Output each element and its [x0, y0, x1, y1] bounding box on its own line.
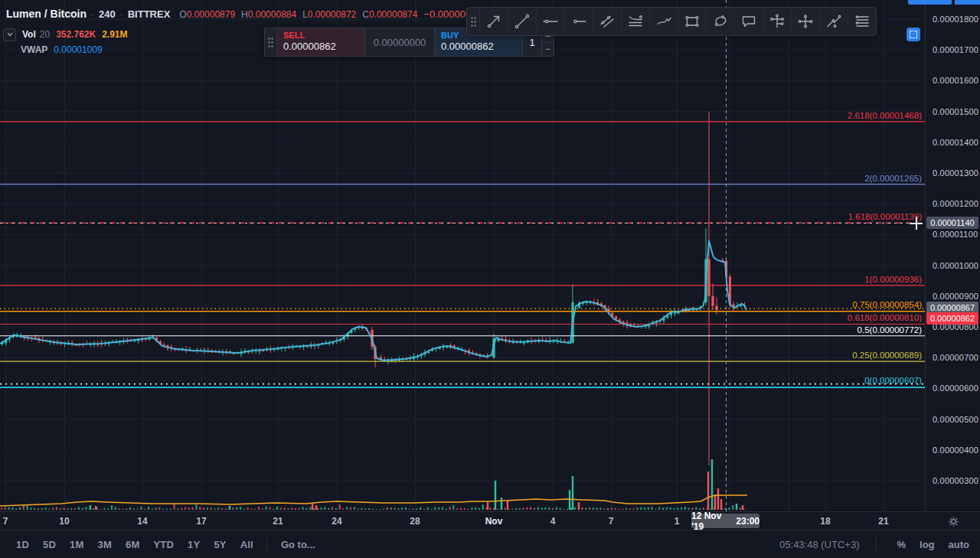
time-tick-label: 28 [410, 516, 420, 527]
price-tick-label: 0.00000900 [933, 292, 978, 301]
maximize-icon [910, 31, 917, 38]
xabcd-pattern-icon [768, 12, 786, 31]
callout-tool-button[interactable] [735, 8, 763, 35]
brush-icon [655, 12, 673, 31]
price-tick-label: 0.00001700 [933, 45, 978, 54]
pitchfork-tool-button[interactable] [622, 8, 650, 35]
ohlc-l: L0.00000872 [302, 9, 356, 20]
price-tick-label: 0.00000400 [933, 445, 978, 455]
price-tick-label: 0.00001500 [933, 107, 978, 116]
ellipse-icon [711, 12, 730, 31]
interval-label[interactable]: 240 [99, 8, 116, 20]
time-axis[interactable]: 2118174Nov2824211714107 12 Nov '19 23:00 [0, 511, 980, 530]
fib-level-label: 0.618(0.00000810) [848, 313, 922, 322]
price-tick-label: 0.00001100 [933, 230, 978, 239]
trading-app-window: 2.618(0.00001468)2(0.00001265)1.618(0.00… [0, 0, 980, 558]
range-button-5y[interactable]: 5Y [207, 536, 233, 553]
chart-pane[interactable]: 2.618(0.00001468)2(0.00001265)1.618(0.00… [0, 0, 925, 511]
quantity-decrease-button[interactable]: − [542, 43, 554, 57]
separator-dot: · [91, 9, 94, 20]
time-tick-label: Nov [485, 516, 503, 527]
parallel-lines-tool-button[interactable] [848, 8, 876, 35]
time-tick-label: 7 [3, 516, 8, 527]
bottom-toolbar: 1D5D1M3M6MYTD1Y5YAll Go to... 05:43:48 (… [0, 530, 980, 558]
vwap-legend-row: VWAP 0.00001009 [3, 43, 128, 57]
time-tick-label: 14 [137, 516, 147, 527]
price-tick-label: 0.00001800 [933, 15, 978, 24]
range-button-3m[interactable]: 3M [91, 536, 119, 553]
time-tick-label: 18 [820, 516, 830, 527]
date-range-group: 1D5D1M3M6MYTD1Y5YAll [9, 536, 260, 553]
horizontal-ray-icon [570, 12, 588, 31]
price-chart-canvas[interactable]: 2.618(0.00001468)2(0.00001265)1.618(0.00… [0, 0, 925, 511]
time-tick-label: 4 [550, 516, 556, 527]
parallel-channel-tool-button[interactable] [593, 8, 622, 35]
time-tick-label: 7 [609, 516, 614, 527]
fib-level-label: 0.5(0.00000772) [858, 325, 923, 334]
drawing-toolbar [466, 7, 877, 36]
tooltip-date: 12 Nov '19 [691, 511, 730, 532]
range-button-1y[interactable]: 1Y [181, 536, 207, 553]
range-button-ytd[interactable]: YTD [146, 536, 181, 553]
rectangle-tool-button[interactable] [678, 8, 707, 35]
pitchfork-icon [626, 12, 645, 31]
price-axis[interactable]: 0.000018000.000017000.000016000.00001500… [925, 0, 980, 511]
rectangle-icon [683, 12, 701, 31]
arrow-tool-button[interactable] [480, 8, 508, 35]
clock-label[interactable]: 05:43:48 (UTC+3) [779, 539, 859, 550]
brush-tool-button[interactable] [650, 8, 678, 35]
separator-dot: · [120, 9, 123, 20]
trend-based-fib-tool-button[interactable] [820, 8, 848, 35]
fib-level-label: 1.618(0.00001139) [848, 212, 923, 221]
order-panel-drag-handle[interactable] [265, 28, 277, 56]
crosshair-date-tooltip: 12 Nov '19 23:00 [691, 514, 760, 528]
exchange-label: BITTREX [128, 8, 171, 20]
auto-scale-button[interactable]: auto [949, 539, 969, 550]
ellipse-tool-button[interactable] [707, 8, 735, 35]
trend-line-tool-button[interactable] [508, 8, 537, 35]
sell-button[interactable]: SELL 0.00000862 [277, 28, 365, 56]
range-button-1d[interactable]: 1D [9, 536, 36, 553]
price-tick-label: 0.00001200 [933, 199, 978, 208]
abcd-pattern-tool-button[interactable] [792, 8, 820, 35]
range-button-1m[interactable]: 1M [63, 536, 90, 553]
toolbar-drag-handle[interactable] [467, 8, 480, 35]
go-to-date-button[interactable]: Go to... [273, 536, 323, 553]
price-tick-label: 0.00001000 [933, 261, 978, 270]
time-tick-label: 17 [196, 516, 206, 527]
vwap-indicator-label[interactable]: VWAP [21, 44, 47, 55]
sell-price: 0.00000862 [283, 41, 358, 52]
sell-order-price-badge: 0.00000862 [926, 312, 978, 325]
arrow-icon [485, 12, 503, 31]
range-button-5d[interactable]: 5D [36, 536, 63, 553]
log-scale-button[interactable]: log [920, 539, 935, 550]
symbol-name[interactable]: Lumen / Bitcoin [6, 8, 87, 20]
vol-indicator-label[interactable]: Vol [22, 29, 36, 40]
fib-level-label: 0(0.00000607) [864, 376, 922, 385]
time-tick-label: 1 [675, 516, 680, 527]
range-button-6m[interactable]: 6M [119, 536, 146, 553]
trend-line-icon [513, 12, 531, 31]
chevron-down-icon[interactable] [3, 28, 16, 41]
vwap-value: 0.00001009 [54, 44, 102, 55]
price-tick-label: 0.00000500 [933, 415, 978, 424]
volume-legend-row: Vol 20 352.762K 2.91M [3, 28, 128, 41]
ohlc-values: O0.00000879H0.00000884L0.00000872C0.0000… [179, 9, 423, 20]
time-tick-label: 24 [332, 516, 341, 527]
horizontal-line-tool-button[interactable] [537, 8, 565, 35]
spread-value: 0.00000000 [365, 28, 435, 56]
horizontal-ray-tool-button[interactable] [565, 8, 593, 35]
ohlc-o: O0.00000879 [179, 9, 235, 20]
price-tick-label: 0.00001300 [933, 168, 978, 178]
maximize-chart-button[interactable] [906, 28, 920, 41]
indicator-legend: Vol 20 352.762K 2.91M VWAP 0.00001009 [3, 28, 128, 58]
range-button-all[interactable]: All [234, 536, 260, 553]
price-tick-label: 0.00001400 [933, 138, 978, 147]
percent-scale-button[interactable]: % [897, 539, 906, 550]
ohlc-c: C0.00000874 [362, 9, 417, 20]
xabcd-pattern-tool-button[interactable] [763, 8, 792, 35]
gear-icon[interactable] [946, 514, 960, 528]
fib-level-label: 0.25(0.00000689) [852, 351, 922, 360]
top-accent-bar [955, 0, 980, 5]
divider [266, 537, 267, 553]
